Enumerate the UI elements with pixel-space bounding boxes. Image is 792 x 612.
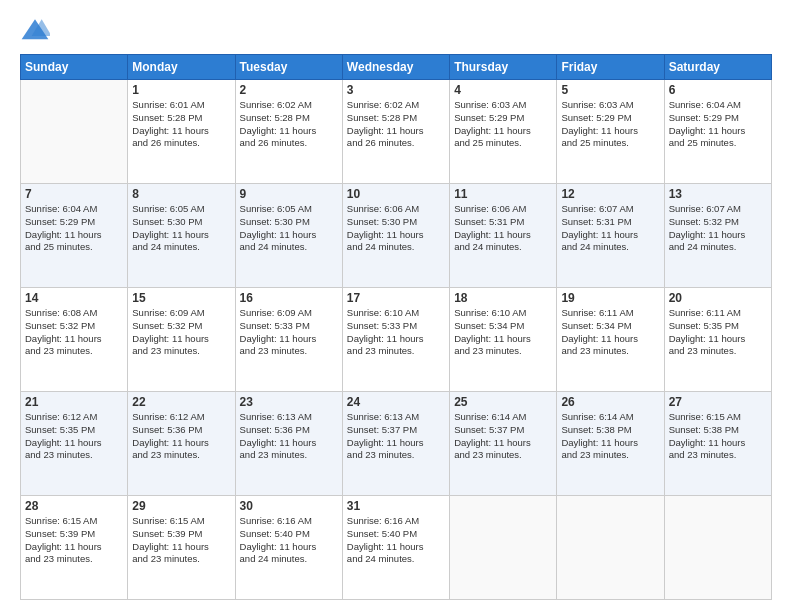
col-header-monday: Monday bbox=[128, 55, 235, 80]
day-info: Sunrise: 6:07 AM Sunset: 5:31 PM Dayligh… bbox=[561, 203, 659, 254]
calendar-cell: 26Sunrise: 6:14 AM Sunset: 5:38 PM Dayli… bbox=[557, 392, 664, 496]
day-info: Sunrise: 6:12 AM Sunset: 5:35 PM Dayligh… bbox=[25, 411, 123, 462]
calendar-row: 14Sunrise: 6:08 AM Sunset: 5:32 PM Dayli… bbox=[21, 288, 772, 392]
calendar-cell: 13Sunrise: 6:07 AM Sunset: 5:32 PM Dayli… bbox=[664, 184, 771, 288]
day-number: 3 bbox=[347, 83, 445, 97]
calendar-cell: 18Sunrise: 6:10 AM Sunset: 5:34 PM Dayli… bbox=[450, 288, 557, 392]
calendar-cell: 25Sunrise: 6:14 AM Sunset: 5:37 PM Dayli… bbox=[450, 392, 557, 496]
day-info: Sunrise: 6:14 AM Sunset: 5:38 PM Dayligh… bbox=[561, 411, 659, 462]
day-number: 2 bbox=[240, 83, 338, 97]
day-info: Sunrise: 6:05 AM Sunset: 5:30 PM Dayligh… bbox=[240, 203, 338, 254]
day-info: Sunrise: 6:02 AM Sunset: 5:28 PM Dayligh… bbox=[240, 99, 338, 150]
day-number: 17 bbox=[347, 291, 445, 305]
calendar-body: 1Sunrise: 6:01 AM Sunset: 5:28 PM Daylig… bbox=[21, 80, 772, 600]
col-header-thursday: Thursday bbox=[450, 55, 557, 80]
calendar-cell: 4Sunrise: 6:03 AM Sunset: 5:29 PM Daylig… bbox=[450, 80, 557, 184]
calendar-cell: 17Sunrise: 6:10 AM Sunset: 5:33 PM Dayli… bbox=[342, 288, 449, 392]
day-info: Sunrise: 6:06 AM Sunset: 5:30 PM Dayligh… bbox=[347, 203, 445, 254]
day-info: Sunrise: 6:02 AM Sunset: 5:28 PM Dayligh… bbox=[347, 99, 445, 150]
day-number: 24 bbox=[347, 395, 445, 409]
day-number: 18 bbox=[454, 291, 552, 305]
day-number: 1 bbox=[132, 83, 230, 97]
calendar-cell bbox=[557, 496, 664, 600]
page: SundayMondayTuesdayWednesdayThursdayFrid… bbox=[0, 0, 792, 612]
day-number: 22 bbox=[132, 395, 230, 409]
day-number: 21 bbox=[25, 395, 123, 409]
day-number: 14 bbox=[25, 291, 123, 305]
day-info: Sunrise: 6:15 AM Sunset: 5:38 PM Dayligh… bbox=[669, 411, 767, 462]
calendar-cell: 19Sunrise: 6:11 AM Sunset: 5:34 PM Dayli… bbox=[557, 288, 664, 392]
day-number: 16 bbox=[240, 291, 338, 305]
day-number: 26 bbox=[561, 395, 659, 409]
day-info: Sunrise: 6:06 AM Sunset: 5:31 PM Dayligh… bbox=[454, 203, 552, 254]
day-info: Sunrise: 6:13 AM Sunset: 5:37 PM Dayligh… bbox=[347, 411, 445, 462]
calendar-cell: 12Sunrise: 6:07 AM Sunset: 5:31 PM Dayli… bbox=[557, 184, 664, 288]
day-info: Sunrise: 6:10 AM Sunset: 5:34 PM Dayligh… bbox=[454, 307, 552, 358]
day-info: Sunrise: 6:14 AM Sunset: 5:37 PM Dayligh… bbox=[454, 411, 552, 462]
calendar-cell: 27Sunrise: 6:15 AM Sunset: 5:38 PM Dayli… bbox=[664, 392, 771, 496]
day-info: Sunrise: 6:13 AM Sunset: 5:36 PM Dayligh… bbox=[240, 411, 338, 462]
day-number: 29 bbox=[132, 499, 230, 513]
calendar-cell: 20Sunrise: 6:11 AM Sunset: 5:35 PM Dayli… bbox=[664, 288, 771, 392]
day-number: 13 bbox=[669, 187, 767, 201]
day-info: Sunrise: 6:03 AM Sunset: 5:29 PM Dayligh… bbox=[561, 99, 659, 150]
calendar-cell bbox=[450, 496, 557, 600]
calendar-cell: 3Sunrise: 6:02 AM Sunset: 5:28 PM Daylig… bbox=[342, 80, 449, 184]
day-number: 4 bbox=[454, 83, 552, 97]
day-number: 6 bbox=[669, 83, 767, 97]
day-info: Sunrise: 6:04 AM Sunset: 5:29 PM Dayligh… bbox=[25, 203, 123, 254]
logo bbox=[20, 16, 54, 46]
calendar-cell: 31Sunrise: 6:16 AM Sunset: 5:40 PM Dayli… bbox=[342, 496, 449, 600]
calendar-cell bbox=[664, 496, 771, 600]
day-number: 27 bbox=[669, 395, 767, 409]
day-info: Sunrise: 6:16 AM Sunset: 5:40 PM Dayligh… bbox=[240, 515, 338, 566]
day-number: 20 bbox=[669, 291, 767, 305]
calendar-cell: 23Sunrise: 6:13 AM Sunset: 5:36 PM Dayli… bbox=[235, 392, 342, 496]
col-header-friday: Friday bbox=[557, 55, 664, 80]
calendar-cell: 7Sunrise: 6:04 AM Sunset: 5:29 PM Daylig… bbox=[21, 184, 128, 288]
calendar-header-row: SundayMondayTuesdayWednesdayThursdayFrid… bbox=[21, 55, 772, 80]
calendar-cell: 24Sunrise: 6:13 AM Sunset: 5:37 PM Dayli… bbox=[342, 392, 449, 496]
calendar-row: 7Sunrise: 6:04 AM Sunset: 5:29 PM Daylig… bbox=[21, 184, 772, 288]
day-info: Sunrise: 6:07 AM Sunset: 5:32 PM Dayligh… bbox=[669, 203, 767, 254]
day-number: 15 bbox=[132, 291, 230, 305]
day-number: 30 bbox=[240, 499, 338, 513]
day-number: 25 bbox=[454, 395, 552, 409]
calendar-cell: 22Sunrise: 6:12 AM Sunset: 5:36 PM Dayli… bbox=[128, 392, 235, 496]
calendar-cell: 2Sunrise: 6:02 AM Sunset: 5:28 PM Daylig… bbox=[235, 80, 342, 184]
calendar-cell: 28Sunrise: 6:15 AM Sunset: 5:39 PM Dayli… bbox=[21, 496, 128, 600]
col-header-sunday: Sunday bbox=[21, 55, 128, 80]
day-number: 23 bbox=[240, 395, 338, 409]
calendar-row: 28Sunrise: 6:15 AM Sunset: 5:39 PM Dayli… bbox=[21, 496, 772, 600]
day-info: Sunrise: 6:09 AM Sunset: 5:33 PM Dayligh… bbox=[240, 307, 338, 358]
calendar-cell: 1Sunrise: 6:01 AM Sunset: 5:28 PM Daylig… bbox=[128, 80, 235, 184]
col-header-saturday: Saturday bbox=[664, 55, 771, 80]
day-number: 7 bbox=[25, 187, 123, 201]
calendar-cell bbox=[21, 80, 128, 184]
calendar-table: SundayMondayTuesdayWednesdayThursdayFrid… bbox=[20, 54, 772, 600]
day-number: 8 bbox=[132, 187, 230, 201]
day-number: 10 bbox=[347, 187, 445, 201]
day-number: 19 bbox=[561, 291, 659, 305]
calendar-cell: 30Sunrise: 6:16 AM Sunset: 5:40 PM Dayli… bbox=[235, 496, 342, 600]
day-number: 9 bbox=[240, 187, 338, 201]
col-header-wednesday: Wednesday bbox=[342, 55, 449, 80]
logo-icon bbox=[20, 16, 50, 46]
calendar-cell: 15Sunrise: 6:09 AM Sunset: 5:32 PM Dayli… bbox=[128, 288, 235, 392]
day-number: 12 bbox=[561, 187, 659, 201]
day-info: Sunrise: 6:01 AM Sunset: 5:28 PM Dayligh… bbox=[132, 99, 230, 150]
calendar-row: 21Sunrise: 6:12 AM Sunset: 5:35 PM Dayli… bbox=[21, 392, 772, 496]
day-info: Sunrise: 6:12 AM Sunset: 5:36 PM Dayligh… bbox=[132, 411, 230, 462]
day-info: Sunrise: 6:04 AM Sunset: 5:29 PM Dayligh… bbox=[669, 99, 767, 150]
day-info: Sunrise: 6:15 AM Sunset: 5:39 PM Dayligh… bbox=[25, 515, 123, 566]
calendar-row: 1Sunrise: 6:01 AM Sunset: 5:28 PM Daylig… bbox=[21, 80, 772, 184]
header bbox=[20, 16, 772, 46]
day-info: Sunrise: 6:11 AM Sunset: 5:34 PM Dayligh… bbox=[561, 307, 659, 358]
calendar-cell: 11Sunrise: 6:06 AM Sunset: 5:31 PM Dayli… bbox=[450, 184, 557, 288]
day-info: Sunrise: 6:11 AM Sunset: 5:35 PM Dayligh… bbox=[669, 307, 767, 358]
calendar-cell: 29Sunrise: 6:15 AM Sunset: 5:39 PM Dayli… bbox=[128, 496, 235, 600]
day-info: Sunrise: 6:08 AM Sunset: 5:32 PM Dayligh… bbox=[25, 307, 123, 358]
calendar-cell: 5Sunrise: 6:03 AM Sunset: 5:29 PM Daylig… bbox=[557, 80, 664, 184]
day-info: Sunrise: 6:03 AM Sunset: 5:29 PM Dayligh… bbox=[454, 99, 552, 150]
calendar-cell: 21Sunrise: 6:12 AM Sunset: 5:35 PM Dayli… bbox=[21, 392, 128, 496]
